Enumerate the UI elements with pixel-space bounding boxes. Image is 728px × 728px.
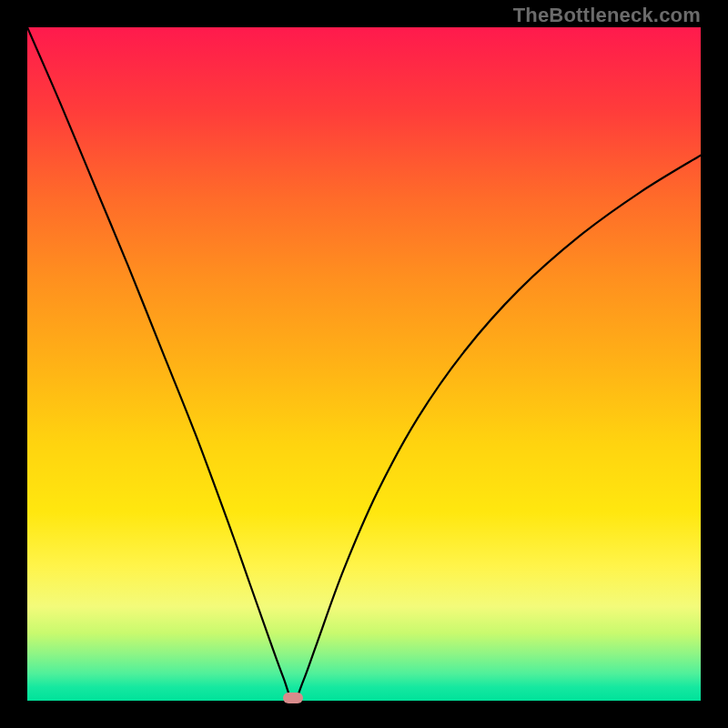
minimum-marker [283,693,303,703]
bottleneck-curve [27,27,701,701]
chart-frame: TheBottleneck.com [0,0,728,728]
watermark-text: TheBottleneck.com [513,4,701,27]
plot-area [27,27,701,701]
